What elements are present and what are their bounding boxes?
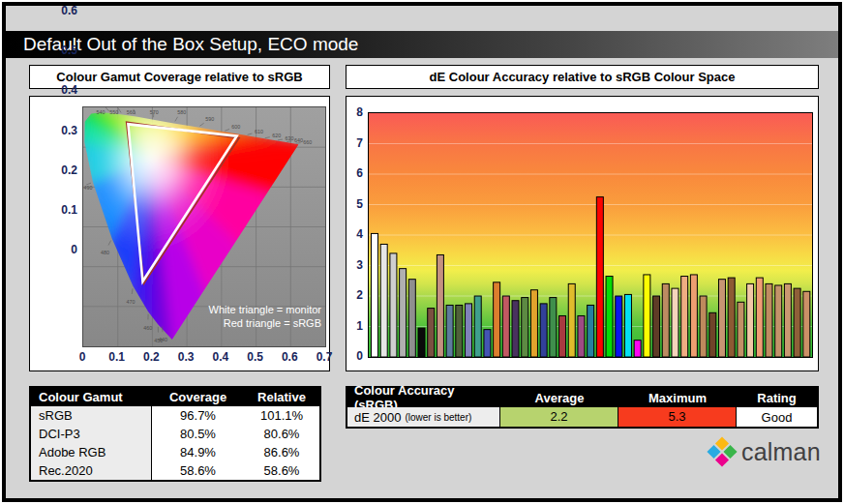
accuracy-header-maximum: Maximum	[618, 391, 737, 405]
svg-text:600: 600	[231, 123, 240, 129]
svg-text:640: 640	[294, 137, 303, 143]
gamut-coverage: 80.5%	[152, 427, 244, 441]
de-bar	[775, 285, 782, 357]
de-bar	[540, 304, 547, 357]
de-bar	[466, 304, 472, 357]
accuracy-panel-header: dE Colour Accuracy relative to sRGB Colo…	[346, 65, 819, 89]
svg-text:660: 660	[303, 139, 312, 145]
cie-x-tick: 0.6	[275, 350, 304, 364]
de-bar	[738, 302, 744, 357]
svg-text:480: 480	[101, 249, 109, 254]
de-bar	[634, 341, 641, 357]
gamut-table-header-relative: Relative	[244, 390, 319, 404]
cie-y-tick: 0.3	[29, 124, 81, 137]
rating-cell: Good	[737, 410, 817, 425]
bar-y-tick: 3	[344, 258, 363, 272]
de-bar	[474, 296, 481, 357]
gamut-table-header-coverage: Coverage	[152, 390, 244, 404]
gamut-table-row: Adobe RGB84.9%86.6%	[31, 443, 319, 461]
de-bar	[530, 290, 537, 357]
gamut-coverage: 96.7%	[152, 408, 244, 423]
cie-y-tick: 0.6	[29, 4, 81, 17]
cie-x-tick: 0.7	[310, 350, 339, 364]
average-value-cell: 2.2	[500, 407, 618, 427]
de-bar	[502, 296, 509, 357]
de-bar	[512, 301, 519, 357]
gamut-name: sRGB	[31, 406, 152, 425]
svg-text:620: 620	[272, 133, 281, 138]
gamut-name: Adobe RGB	[31, 443, 152, 461]
de-bar	[624, 294, 631, 357]
de-bar	[588, 305, 594, 357]
bar-y-tick: 8	[344, 105, 363, 119]
svg-text:540: 540	[97, 109, 106, 115]
de-bar	[372, 233, 378, 357]
title-bar: Default Out of the Box Setup, ECO mode	[6, 31, 838, 58]
de-bar	[446, 305, 453, 357]
de-bar-svg	[369, 113, 812, 357]
gamut-table-body: sRGB96.7%101.1%DCI-P380.5%80.6%Adobe RGB…	[31, 406, 319, 480]
de-bar	[559, 315, 566, 357]
calman-logo-text: calman	[741, 438, 821, 466]
de-bar	[380, 244, 387, 357]
de-bar	[747, 283, 754, 357]
de-bar	[428, 309, 435, 357]
de-bar	[494, 282, 500, 357]
cie-y-tick: 0.1	[29, 203, 81, 217]
de-bar-chart	[368, 112, 813, 358]
svg-text:570: 570	[150, 109, 159, 115]
cie-x-tick: 0.2	[136, 350, 166, 364]
de-bar	[400, 269, 407, 357]
de-bar	[550, 298, 557, 357]
gamut-coverage: 58.6%	[152, 463, 244, 478]
de-bar	[756, 278, 763, 357]
bar-y-tick: 6	[344, 166, 363, 180]
de-bar	[390, 253, 397, 357]
accuracy-table-row: dE 2000 (lower is better) 2.2 5.3 Good	[347, 407, 817, 427]
de-bar	[662, 283, 669, 357]
cie-x-tick: 0.5	[241, 350, 270, 364]
de-bar	[484, 330, 491, 357]
cie-x-tick: 0.4	[206, 350, 235, 364]
de-bar	[408, 280, 415, 357]
de-bar	[418, 328, 425, 357]
gamut-table-header: Colour Gamut Coverage Relative	[31, 388, 319, 406]
de-bar	[578, 315, 585, 357]
svg-text:550: 550	[109, 109, 118, 115]
gamut-name: DCI-P3	[31, 425, 152, 443]
metric-note: (lower is better)	[405, 412, 471, 423]
de-bar	[709, 312, 716, 357]
de-bar	[456, 305, 463, 357]
de-bar	[644, 275, 650, 357]
cie-legend-annotation: White triangle = monitor Red triangle = …	[172, 303, 321, 330]
bar-y-tick: 7	[344, 136, 363, 150]
cie-y-tick: 0.5	[29, 44, 81, 57]
accuracy-header-average: Average	[500, 391, 618, 405]
svg-text:580: 580	[177, 109, 186, 115]
bar-y-tick: 0	[344, 349, 363, 363]
svg-text:450: 450	[154, 338, 163, 343]
metric-cell: dE 2000 (lower is better)	[347, 407, 500, 427]
annotation-srgb: Red triangle = sRGB	[172, 316, 321, 330]
accuracy-header-rating: Rating	[737, 391, 817, 405]
svg-text:470: 470	[127, 299, 136, 305]
svg-text:490: 490	[84, 184, 93, 190]
svg-text:460: 460	[143, 324, 152, 330]
calman-logo: calman	[708, 434, 821, 469]
bar-y-tick: 2	[344, 288, 363, 302]
cie-x-tick: 0.3	[171, 350, 200, 364]
gamut-table-row: DCI-P380.5%80.6%	[31, 425, 319, 443]
gamut-coverage: 84.9%	[152, 445, 244, 460]
gamut-relative: 58.6%	[244, 463, 319, 478]
de-bar	[728, 278, 735, 357]
cie-x-tick: 0	[68, 350, 97, 364]
maximum-value-cell: 5.3	[618, 407, 737, 427]
de-bar	[568, 283, 575, 357]
svg-text:630: 630	[286, 135, 294, 141]
cie-y-tick: 0	[29, 243, 81, 256]
de-bar	[522, 298, 528, 357]
accuracy-table-header: Colour Accuracy (sRGB) Average Maximum R…	[347, 388, 817, 407]
de-bar	[616, 296, 622, 357]
de-bar	[653, 296, 660, 357]
gamut-table-row: sRGB96.7%101.1%	[31, 406, 319, 425]
